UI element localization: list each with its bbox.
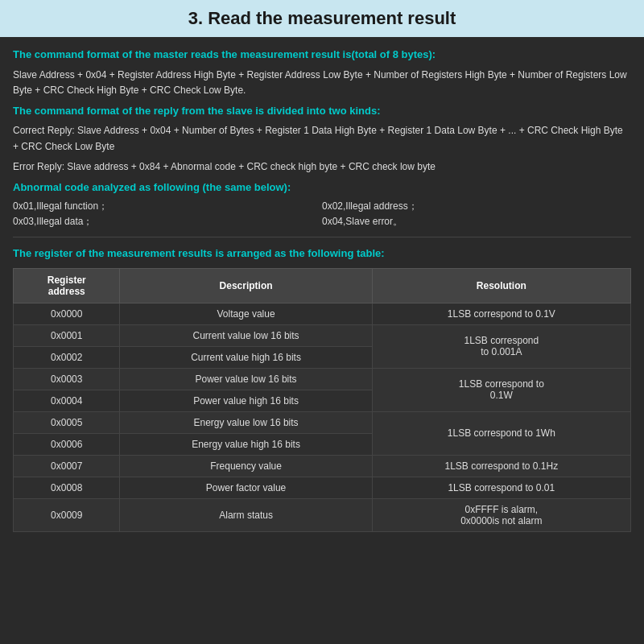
col-header-description: Description <box>120 268 372 303</box>
page-container: 3. Read the measurement result The comma… <box>0 0 644 644</box>
page-title: 3. Read the measurement result <box>0 0 644 37</box>
col-header-address: Registeraddress <box>14 268 120 303</box>
reg-description: Voltage value <box>120 303 372 324</box>
table-intro: The register of the measurement results … <box>13 246 631 262</box>
section2-heading: The command format of the reply from the… <box>13 103 631 119</box>
reg-description: Energy value high 16 bits <box>120 433 372 455</box>
abnormal-code-3: 0x03,Illegal data； <box>13 215 322 229</box>
table-row: 0x0008 Power factor value 1LSB correspon… <box>14 477 631 498</box>
reg-address: 0x0006 <box>14 433 120 455</box>
abnormal-code-2: 0x02,Illegal address； <box>322 200 631 213</box>
abnormal-code-4: 0x04,Slave error。 <box>322 215 631 229</box>
reg-description: Alarm status <box>120 498 372 531</box>
table-row: 0x0007 Frequency value 1LSB correspond t… <box>14 455 631 477</box>
reg-address: 0x0004 <box>14 390 120 411</box>
reg-description: Current value high 16 bits <box>120 346 372 368</box>
abnormal-codes: 0x01,Illegal function； 0x02,Illegal addr… <box>13 200 631 229</box>
reg-description: Frequency value <box>120 455 372 477</box>
table-row: 0x0003 Power value low 16 bits 1LSB corr… <box>14 368 631 390</box>
reg-resolution: 1LSB correspond to 0.01 <box>372 477 630 498</box>
reg-resolution: 1LSB correspond to 0.1V <box>372 303 630 324</box>
reg-resolution: 1LSB correspond to0.1W <box>372 368 630 411</box>
section-divider <box>13 237 631 237</box>
error-reply-text: Error Reply: Slave address + 0x84 + Abno… <box>13 159 631 175</box>
reg-resolution: 1LSB correspond to 0.1Hz <box>372 455 630 477</box>
section3-heading: Abnormal code analyzed as following (the… <box>13 180 631 196</box>
table-row: 0x0000 Voltage value 1LSB correspond to … <box>14 303 631 324</box>
reg-address: 0x0002 <box>14 346 120 368</box>
reg-description: Energy value low 16 bits <box>120 411 372 433</box>
col-header-resolution: Resolution <box>372 268 630 303</box>
reg-description: Power value low 16 bits <box>120 368 372 390</box>
content-area: The command format of the master reads t… <box>0 37 644 644</box>
reg-description: Power value high 16 bits <box>120 390 372 411</box>
abnormal-code-1: 0x01,Illegal function； <box>13 200 322 213</box>
reg-address: 0x0008 <box>14 477 120 498</box>
reg-resolution: 1LSB correspond to 1Wh <box>372 411 630 455</box>
section1-heading: The command format of the master reads t… <box>13 47 631 63</box>
table-row: 0x0001 Current value low 16 bits 1LSB co… <box>14 324 631 346</box>
section1-body: Slave Address + 0x04 + Register Address … <box>13 68 631 98</box>
register-table: Registeraddress Description Resolution 0… <box>13 268 631 532</box>
reg-resolution: 0xFFFF is alarm,0x0000is not alarm <box>372 498 630 531</box>
table-row: 0x0009 Alarm status 0xFFFF is alarm,0x00… <box>14 498 631 531</box>
reg-description: Current value low 16 bits <box>120 324 372 346</box>
reg-address: 0x0009 <box>14 498 120 531</box>
table-section: The register of the measurement results … <box>13 246 631 532</box>
reg-address: 0x0001 <box>14 324 120 346</box>
reg-address: 0x0000 <box>14 303 120 324</box>
correct-reply-text: Correct Reply: Slave Address + 0x04 + Nu… <box>13 123 631 154</box>
reg-address: 0x0005 <box>14 411 120 433</box>
reg-address: 0x0003 <box>14 368 120 390</box>
table-row: 0x0005 Energy value low 16 bits 1LSB cor… <box>14 411 631 433</box>
table-header-row: Registeraddress Description Resolution <box>14 268 631 303</box>
reg-resolution: 1LSB correspondto 0.001A <box>372 324 630 368</box>
reg-description: Power factor value <box>120 477 372 498</box>
reg-address: 0x0007 <box>14 455 120 477</box>
